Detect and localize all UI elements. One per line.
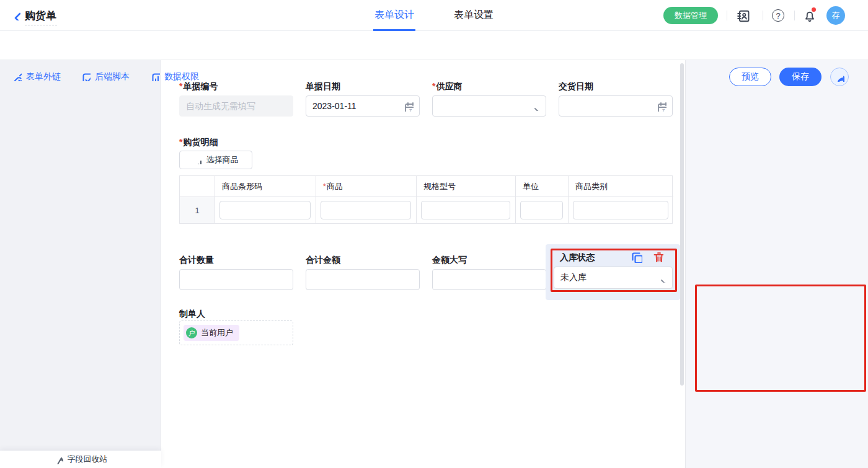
- stock-status-select[interactable]: 未入库: [554, 267, 673, 289]
- detail-table: 商品条形码 *商品 规格型号 单位 商品类别 1: [179, 175, 673, 224]
- backend-script-icon[interactable]: [81, 72, 91, 81]
- supplier-select[interactable]: [432, 95, 546, 117]
- page-title[interactable]: 购货单: [25, 9, 56, 23]
- row-number-cell: 1: [180, 197, 215, 223]
- table-col-divider: [215, 176, 215, 223]
- total-qty-input[interactable]: [179, 269, 293, 290]
- save-button[interactable]: 保存: [779, 68, 822, 86]
- field-label-doc-date: 单据日期: [306, 81, 340, 92]
- external-link-icon[interactable]: [12, 72, 22, 81]
- col-header-category: 商品类别: [575, 181, 608, 192]
- col-header-product: *商品: [323, 181, 343, 192]
- share-arrow-icon: [835, 73, 844, 82]
- field-label-total-amount: 合计金额: [306, 255, 340, 266]
- cell-input-product[interactable]: [321, 201, 411, 219]
- notification-dot: [812, 7, 816, 12]
- tab-form-settings[interactable]: 表单设置: [453, 9, 495, 22]
- delete-field-icon[interactable]: [652, 250, 663, 262]
- avatar[interactable]: 存: [826, 6, 845, 25]
- help-icon[interactable]: ?: [772, 9, 784, 22]
- bar-chart-icon: [193, 156, 202, 164]
- table-col-divider: [316, 176, 316, 223]
- tab-form-design[interactable]: 表单设计: [373, 9, 415, 22]
- select-product-button[interactable]: 选择商品: [179, 151, 252, 169]
- field-label-creator: 制单人: [179, 309, 205, 320]
- field-label-stock-status: 入库状态: [560, 252, 595, 263]
- col-header-unit: 单位: [523, 181, 539, 192]
- field-label-total-qty: 合计数量: [179, 255, 214, 266]
- data-permission-icon[interactable]: [151, 72, 160, 81]
- divider: [763, 11, 763, 20]
- doc-no-input[interactable]: [179, 95, 293, 117]
- cell-input-unit[interactable]: [520, 201, 563, 219]
- backend-script-link[interactable]: 后端脚本: [95, 71, 130, 82]
- cell-input-category[interactable]: [573, 201, 668, 219]
- data-permission-link[interactable]: 数据权限: [164, 71, 199, 82]
- table-row-divider: [180, 196, 673, 197]
- template-book-icon[interactable]: [736, 9, 750, 22]
- table-col-divider: [568, 176, 569, 223]
- table-col-divider: [515, 176, 516, 223]
- divider: [727, 11, 727, 20]
- chevron-down-icon: [658, 275, 666, 283]
- form-toolbar: 表单外链 后端脚本 数据权限 预览 保存: [0, 31, 868, 60]
- col-header-spec: 规格型号: [423, 181, 456, 192]
- col-header-barcode: 商品条形码: [222, 181, 262, 192]
- title-edit-underline: [25, 25, 57, 25]
- recycle-icon: [54, 455, 63, 464]
- field-label-doc-no: *单据编号: [179, 81, 218, 92]
- field-label-delivery-date: 交货日期: [559, 81, 593, 92]
- app-header: 购货单 表单设计 表单设置 数据管理 ? 存: [0, 0, 868, 31]
- field-label-detail: *购货明细: [179, 137, 218, 148]
- chevron-down-icon: [531, 103, 539, 111]
- property-panel: [685, 60, 868, 468]
- field-recycle-bin[interactable]: 字段回收站: [0, 451, 161, 468]
- back-icon[interactable]: [11, 11, 20, 20]
- calendar-icon[interactable]: [656, 101, 666, 112]
- data-manage-button[interactable]: 数据管理: [663, 7, 718, 24]
- table-col-divider: [416, 176, 417, 223]
- cell-input-spec[interactable]: [421, 201, 510, 219]
- canvas-scrollbar[interactable]: [680, 63, 684, 386]
- total-amount-input[interactable]: [306, 269, 420, 290]
- field-library-sidebar: [0, 60, 161, 468]
- user-icon: 户: [186, 327, 197, 338]
- divider: [794, 11, 795, 20]
- field-label-supplier: *供应商: [432, 81, 462, 92]
- amount-words-input[interactable]: [432, 269, 546, 290]
- cell-input-barcode[interactable]: [219, 201, 311, 219]
- field-label-amount-words: 金额大写: [432, 255, 467, 266]
- share-button[interactable]: [830, 68, 849, 86]
- active-tab-underline: [373, 29, 415, 31]
- form-external-link[interactable]: 表单外链: [26, 71, 61, 82]
- copy-field-icon[interactable]: [630, 250, 642, 263]
- calendar-icon[interactable]: [403, 101, 414, 112]
- current-user-tag[interactable]: 户当前用户: [184, 325, 239, 341]
- preview-button[interactable]: 预览: [729, 68, 771, 86]
